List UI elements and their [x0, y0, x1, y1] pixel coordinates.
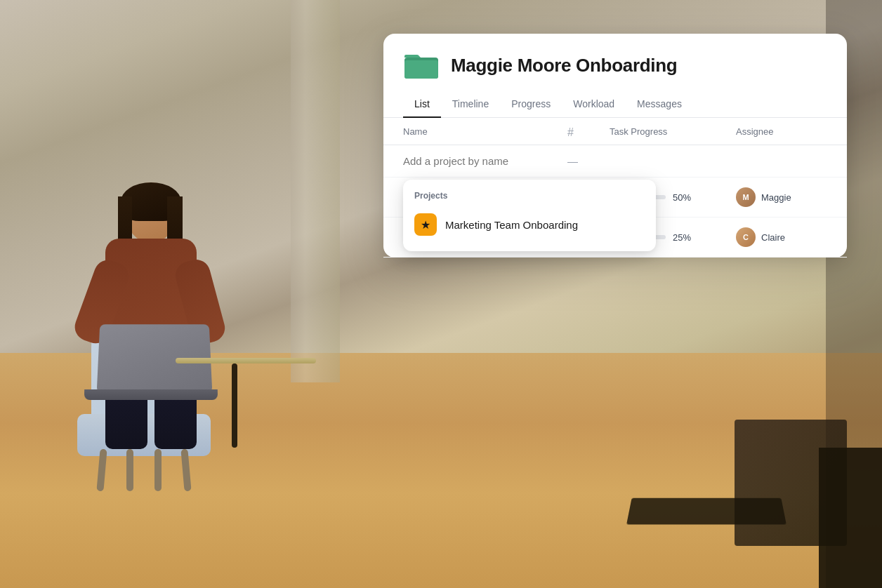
star-badge-icon: ★ [414, 213, 437, 236]
avatar-claire: C [736, 227, 756, 247]
main-card: Maggie Moore Onboarding List Timeline Pr… [383, 34, 847, 258]
floor-mat [626, 498, 786, 525]
laptop-table-leg [232, 363, 237, 448]
add-project-row: — Projects ★ Marketing Team Onboarding [383, 145, 847, 178]
project-title: Maggie Moore Onboarding [451, 55, 677, 76]
laptop-table [176, 358, 316, 363]
tab-workload[interactable]: Workload [562, 91, 626, 118]
tab-progress[interactable]: Progress [500, 91, 562, 118]
star-symbol: ★ [421, 218, 430, 232]
furniture-right-2 [819, 448, 882, 588]
table-header: Name # Task Progress Assignee [383, 121, 847, 145]
row-2-assignee: C Claire [736, 227, 827, 247]
col-hash: # [567, 126, 610, 139]
tabs-container: List Timeline Progress Workload Messages [383, 91, 847, 118]
tab-timeline[interactable]: Timeline [441, 91, 500, 118]
dropdown-item-text: Marketing Team Onboarding [445, 219, 578, 231]
add-project-progress-empty [610, 155, 736, 167]
progress-label-2: 25% [673, 232, 698, 243]
svg-rect-1 [404, 60, 438, 79]
tab-list[interactable]: List [403, 91, 441, 118]
add-project-input[interactable] [403, 155, 567, 167]
row-1-assignee: M Maggie [736, 187, 827, 207]
add-project-assignee-empty [736, 155, 827, 167]
col-progress: Task Progress [610, 126, 736, 139]
column-bg [291, 0, 340, 382]
folder-icon [403, 51, 440, 80]
assignee-name-2: Claire [761, 232, 785, 243]
projects-dropdown: Projects ★ Marketing Team Onboarding [403, 180, 656, 251]
assignee-name-1: Maggie [761, 192, 791, 203]
col-name: Name [403, 126, 567, 139]
card-header: Maggie Moore Onboarding [383, 34, 847, 80]
progress-label-1: 50% [673, 192, 698, 203]
dropdown-section-label: Projects [403, 188, 656, 206]
add-project-dash: — [567, 155, 610, 167]
tab-messages[interactable]: Messages [626, 91, 693, 118]
col-assignee: Assignee [736, 126, 827, 139]
dropdown-item-marketing[interactable]: ★ Marketing Team Onboarding [403, 206, 656, 243]
avatar-maggie: M [736, 187, 756, 207]
